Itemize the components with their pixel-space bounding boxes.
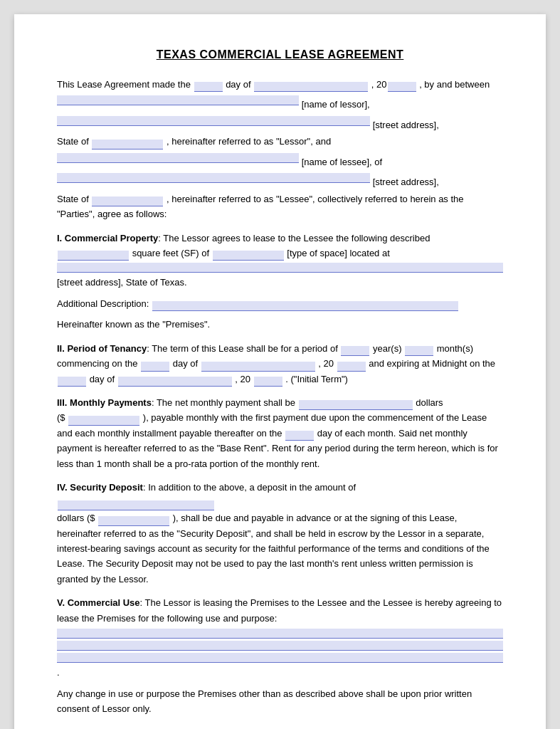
expire-day-field[interactable]	[58, 377, 86, 387]
section-commercial-use: V. Commercial Use: The Lessor is leasing…	[57, 595, 503, 716]
section-commercial-property: I. Commercial Property: The Lessor agree…	[57, 231, 503, 332]
expire-month-field[interactable]	[118, 377, 232, 387]
deposit-amount-words-field[interactable]	[58, 500, 214, 510]
lessor-address-field[interactable]	[57, 116, 370, 126]
use-field-3[interactable]	[57, 653, 503, 663]
property-address-field[interactable]	[57, 263, 503, 273]
month-field[interactable]	[254, 82, 368, 92]
use-field-2[interactable]	[57, 641, 503, 651]
months-field[interactable]	[405, 346, 433, 356]
deposit-amount-numbers-field[interactable]	[98, 516, 169, 526]
monthly-amount-numbers-field[interactable]	[68, 416, 139, 426]
section-renewal-option: VI. Renewal Option: (Check One) - Lessee…	[57, 725, 503, 729]
lessee-state-field[interactable]	[92, 196, 163, 206]
intro-line1: This Lease Agreement made the	[57, 79, 191, 90]
lessee-name-field[interactable]	[57, 153, 299, 163]
use-field-1[interactable]	[57, 629, 503, 639]
years-field[interactable]	[341, 346, 369, 356]
square-feet-field[interactable]	[58, 251, 129, 261]
expire-year-field[interactable]	[254, 377, 282, 387]
additional-desc-field[interactable]	[152, 301, 458, 311]
year-field[interactable]	[388, 82, 416, 92]
payment-day-field[interactable]	[285, 431, 314, 441]
day-field[interactable]	[194, 82, 223, 92]
lessor-state-field[interactable]	[92, 140, 163, 150]
section-security-deposit: IV. Security Deposit: In addition to the…	[57, 480, 503, 587]
commence-month-field[interactable]	[201, 362, 315, 372]
commence-year-field[interactable]	[337, 362, 366, 372]
document-page: TEXAS COMMERCIAL LEASE AGREEMENT This Le…	[14, 14, 546, 729]
section-monthly-payments: III. Monthly Payments: The net monthly p…	[57, 395, 503, 471]
intro-section: This Lease Agreement made the day of , 2…	[57, 77, 503, 222]
section-period-of-tenancy: II. Period of Tenancy: The term of this …	[57, 341, 503, 387]
document-title: TEXAS COMMERCIAL LEASE AGREEMENT	[57, 48, 503, 61]
monthly-amount-words-field[interactable]	[299, 400, 413, 410]
commence-day-field[interactable]	[141, 362, 169, 372]
type-of-space-field[interactable]	[213, 251, 284, 261]
lessee-address-field[interactable]	[57, 173, 370, 183]
lessor-name-field[interactable]	[57, 95, 299, 105]
